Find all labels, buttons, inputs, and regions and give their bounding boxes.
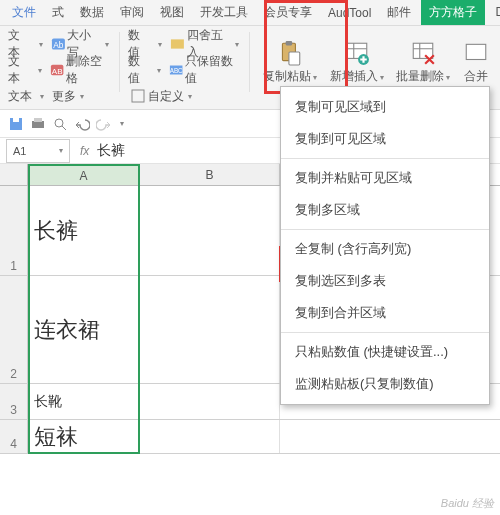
name-box[interactable]: A1 ▾ [6, 139, 70, 163]
watermark: Baidu 经验 [441, 496, 494, 511]
batch-delete-icon [410, 40, 436, 66]
menu-copy-multi[interactable]: 复制多区域 [281, 194, 489, 226]
tab-mail[interactable]: 邮件 [381, 0, 417, 25]
cell-A1[interactable]: 长裤 [28, 186, 140, 275]
menu-copy-to-visible[interactable]: 复制到可见区域 [281, 123, 489, 155]
clipboard-icon [277, 40, 303, 66]
ribbon-group-number: 数值▾ 四舍五入▾ 数值▾ ABC 只保留数值 自定义▾ [126, 32, 244, 108]
tab-data[interactable]: 数据 [74, 0, 110, 25]
save-icon[interactable] [8, 116, 24, 132]
batch-delete-dropdown[interactable]: 批量删除▾ [391, 32, 455, 92]
menu-tabs: 文件 式 数据 审阅 视图 开发工具 会员专享 AudTool 邮件 方方格子 … [0, 0, 500, 26]
cell-B3[interactable] [140, 384, 280, 419]
menu-separator [281, 332, 489, 333]
tab-audtool[interactable]: AudTool [322, 2, 377, 24]
svg-rect-13 [413, 43, 433, 58]
tab-review[interactable]: 审阅 [114, 0, 150, 25]
tab-diy[interactable]: DIY工具箱 [489, 0, 500, 25]
svg-text:Ab: Ab [53, 40, 64, 50]
copy-paste-dropdown[interactable]: 复制粘贴▾ [258, 32, 322, 92]
custom-button[interactable]: 自定义▾ [126, 86, 196, 107]
merge-icon [463, 40, 489, 66]
row-header-2[interactable]: 2 [0, 276, 28, 383]
case-icon: Ab [51, 36, 66, 52]
row-header-1[interactable]: 1 [0, 186, 28, 275]
menu-full-copy[interactable]: 全复制 (含行高列宽) [281, 233, 489, 265]
tab-member[interactable]: 会员专享 [258, 0, 318, 25]
svg-text:ABC: ABC [170, 67, 183, 74]
svg-rect-4 [171, 39, 184, 48]
cell-B2[interactable] [140, 276, 280, 383]
menu-paste-values[interactable]: 只粘贴数值 (快捷键设置...) [281, 336, 489, 368]
more-button[interactable]: 更多▾ [48, 86, 88, 107]
menu-copy-to-merged[interactable]: 复制到合并区域 [281, 297, 489, 329]
fx-icon[interactable]: fx [80, 144, 89, 158]
row-header-3[interactable]: 3 [0, 384, 28, 419]
col-header-A[interactable]: A [28, 164, 140, 185]
select-all-corner[interactable] [0, 164, 28, 185]
svg-point-19 [55, 119, 63, 127]
svg-rect-16 [13, 118, 19, 122]
print-icon[interactable] [30, 116, 46, 132]
svg-rect-18 [34, 118, 42, 122]
tab-formula[interactable]: 式 [46, 0, 70, 25]
svg-rect-17 [32, 121, 44, 128]
ribbon-group-text: 文本▾ Ab 大小写▾ 文本▾ AB 删除空格 文本▾ 更多▾ [6, 32, 113, 108]
menu-monitor-clipboard[interactable]: 监测粘贴板(只复制数值) [281, 368, 489, 400]
svg-rect-14 [466, 44, 486, 59]
col-header-B[interactable]: B [140, 164, 280, 185]
svg-rect-7 [132, 90, 144, 102]
row-header-4[interactable]: 4 [0, 420, 28, 453]
redo-icon[interactable] [96, 116, 112, 132]
formula-value: 长裤 [97, 142, 125, 160]
insert-icon [344, 40, 370, 66]
svg-text:AB: AB [51, 67, 62, 76]
menu-separator [281, 158, 489, 159]
merge-dropdown[interactable]: 合并 [457, 32, 494, 92]
svg-rect-9 [286, 41, 293, 45]
label-num2: 数值 [126, 53, 152, 87]
round-icon [170, 36, 185, 52]
cell-A3[interactable]: 长靴 [28, 384, 140, 419]
label-text3: 文本 [6, 88, 34, 105]
menu-separator [281, 229, 489, 230]
chevron-down-icon: ▾ [57, 146, 63, 155]
preview-icon[interactable] [52, 116, 68, 132]
insert-dropdown[interactable]: 新增插入▾ [325, 32, 389, 92]
undo-icon[interactable] [74, 116, 90, 132]
menu-copy-visible-to[interactable]: 复制可见区域到 [281, 91, 489, 123]
cell-A2[interactable]: 连衣裙 [28, 276, 140, 383]
tab-view[interactable]: 视图 [154, 0, 190, 25]
menu-copy-to-sheets[interactable]: 复制选区到多表 [281, 265, 489, 297]
cell-A4[interactable]: 短袜 [28, 420, 140, 453]
delspace-icon: AB [50, 62, 64, 78]
tab-file[interactable]: 文件 [6, 0, 42, 25]
cell-B4[interactable] [140, 420, 280, 453]
tab-dev[interactable]: 开发工具 [194, 0, 254, 25]
keepnum-icon: ABC [169, 62, 183, 78]
label-text2: 文本 [6, 53, 32, 87]
menu-copy-paste-visible[interactable]: 复制并粘贴可见区域 [281, 162, 489, 194]
custom-icon [130, 88, 146, 104]
cell-B1[interactable] [140, 186, 280, 275]
qat-more-icon[interactable]: ▾ [118, 119, 124, 128]
svg-rect-10 [289, 51, 300, 64]
copy-paste-menu: 复制可见区域到 复制到可见区域 复制并粘贴可见区域 复制多区域 全复制 (含行高… [280, 86, 490, 405]
tab-ffgz[interactable]: 方方格子 [421, 0, 485, 25]
